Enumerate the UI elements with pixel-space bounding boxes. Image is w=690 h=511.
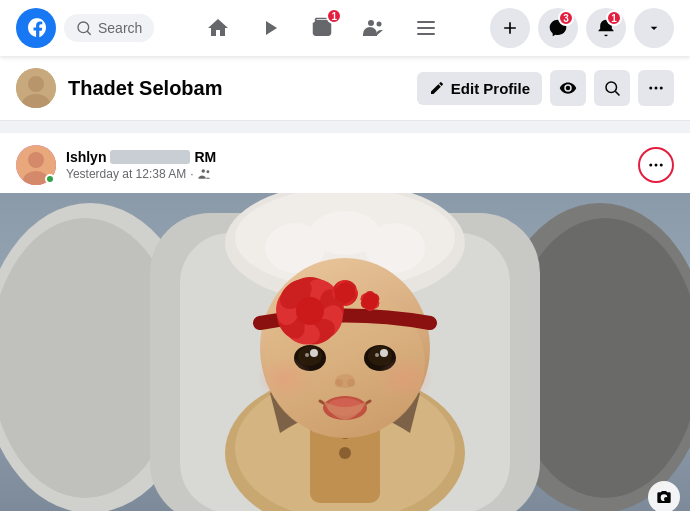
dots-icon <box>647 79 665 97</box>
pencil-icon <box>429 80 445 96</box>
profile-search-button[interactable] <box>594 70 630 106</box>
svg-point-23 <box>660 164 663 167</box>
plus-icon <box>500 18 520 38</box>
marketplace-nav-button[interactable]: 1 <box>298 6 346 50</box>
messenger-nav-button[interactable]: 3 <box>538 8 578 48</box>
eye-icon <box>559 79 577 97</box>
profile-bar: Thadet Selobam Edit Profile <box>0 56 690 121</box>
video-nav-button[interactable] <box>246 6 294 50</box>
edit-profile-label: Edit Profile <box>451 80 530 97</box>
svg-point-76 <box>380 349 388 357</box>
post-meta: Ishlyn RM Yesterday at 12:38 AM · <box>66 149 628 181</box>
author-redacted-name <box>110 150 190 164</box>
svg-point-11 <box>606 82 617 93</box>
svg-point-73 <box>305 353 309 357</box>
post-image <box>0 193 690 511</box>
svg-point-77 <box>375 353 379 357</box>
home-nav-button[interactable] <box>194 6 242 50</box>
svg-rect-6 <box>417 27 435 29</box>
svg-point-69 <box>362 293 378 309</box>
groups-icon <box>362 16 386 40</box>
chevron-down-icon <box>646 20 662 36</box>
three-dots-icon <box>647 156 665 174</box>
post-header: Ishlyn RM Yesterday at 12:38 AM · <box>0 133 690 193</box>
svg-rect-7 <box>417 33 435 35</box>
video-icon <box>258 16 282 40</box>
search-box[interactable]: Search <box>64 14 154 42</box>
svg-point-15 <box>660 87 663 90</box>
online-status-dot <box>45 174 55 184</box>
people-icon <box>198 167 212 181</box>
author-suffix: RM <box>194 149 216 165</box>
profile-more-button[interactable] <box>638 70 674 106</box>
groups-nav-button[interactable] <box>350 6 398 50</box>
author-first-name: Ishlyn <box>66 149 106 165</box>
facebook-logo[interactable] <box>16 8 56 48</box>
svg-point-17 <box>28 152 44 168</box>
svg-rect-5 <box>417 21 435 23</box>
svg-point-22 <box>655 164 658 167</box>
svg-point-78 <box>257 356 313 400</box>
svg-point-3 <box>368 20 374 26</box>
nav-left: Search <box>16 8 154 48</box>
create-nav-button[interactable] <box>490 8 530 48</box>
marketplace-badge: 1 <box>326 8 342 24</box>
svg-point-19 <box>201 169 205 173</box>
svg-point-81 <box>335 379 343 387</box>
profile-name: Thadet Selobam <box>68 77 405 100</box>
search-placeholder: Search <box>98 20 142 36</box>
privacy-dot: · <box>190 167 193 181</box>
post-timestamp: Yesterday at 12:38 AM · <box>66 167 628 181</box>
post-author-name: Ishlyn RM <box>66 149 628 165</box>
svg-line-1 <box>87 31 91 35</box>
svg-point-21 <box>649 164 652 167</box>
svg-point-40 <box>339 447 351 459</box>
edit-profile-button[interactable]: Edit Profile <box>417 72 542 105</box>
search-icon <box>603 79 621 97</box>
profile-actions: Edit Profile <box>417 70 674 106</box>
post-author-avatar[interactable] <box>16 145 56 185</box>
svg-point-63 <box>335 283 355 303</box>
svg-point-82 <box>347 379 355 387</box>
svg-point-54 <box>296 297 324 325</box>
notifications-nav-button[interactable]: 1 <box>586 8 626 48</box>
svg-line-12 <box>615 91 619 95</box>
account-nav-button[interactable] <box>634 8 674 48</box>
camera-edit-icon <box>656 489 672 505</box>
post-more-button[interactable] <box>638 147 674 183</box>
messenger-badge: 3 <box>558 10 574 26</box>
menu-nav-button[interactable] <box>402 6 450 50</box>
svg-point-13 <box>649 87 652 90</box>
view-as-button[interactable] <box>550 70 586 106</box>
menu-icon <box>414 16 438 40</box>
edit-photo-button[interactable] <box>648 481 680 511</box>
home-icon <box>206 16 230 40</box>
post-card: Ishlyn RM Yesterday at 12:38 AM · <box>0 133 690 511</box>
svg-point-72 <box>310 349 318 357</box>
svg-point-9 <box>28 76 44 92</box>
nav-center: 1 <box>154 6 490 50</box>
svg-point-4 <box>377 22 382 27</box>
timestamp-text: Yesterday at 12:38 AM <box>66 167 186 181</box>
svg-point-14 <box>655 87 658 90</box>
svg-point-79 <box>377 356 433 400</box>
nav-right: 3 1 <box>490 8 674 48</box>
notification-badge: 1 <box>606 10 622 26</box>
post-image-svg <box>0 193 690 511</box>
svg-point-20 <box>206 170 209 173</box>
profile-avatar[interactable] <box>16 68 56 108</box>
top-navigation: Search 1 <box>0 0 690 56</box>
